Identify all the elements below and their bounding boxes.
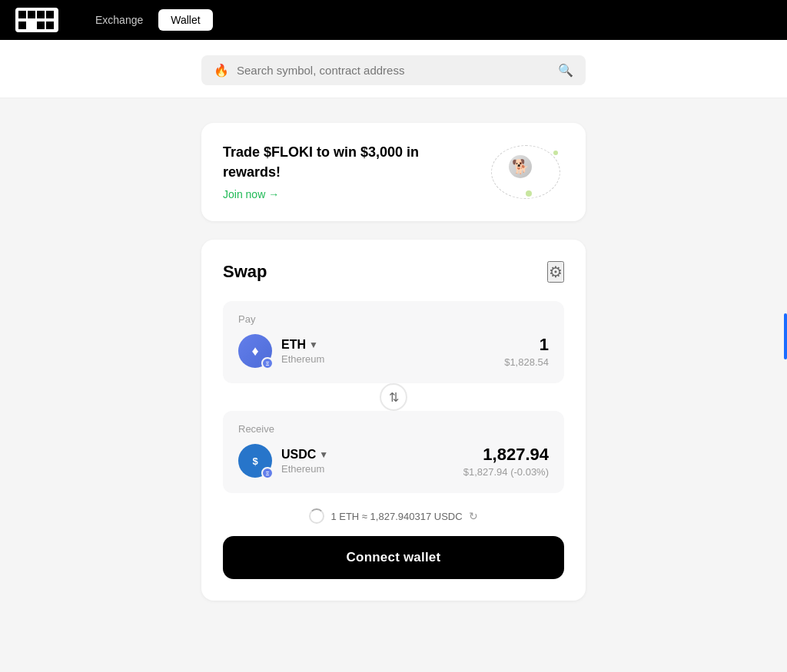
promo-headline: Trade $FLOKI to win $3,000 in rewards!: [223, 143, 438, 181]
swap-card: Swap ⚙ Pay ♦ Ξ ETH ▼: [201, 240, 586, 601]
receive-token-right: 1,827.94 $1,827.94 (-0.03%): [463, 445, 549, 478]
svg-rect-4: [37, 11, 45, 18]
connect-wallet-button[interactable]: Connect wallet: [223, 536, 564, 579]
usdc-icon: $ Ξ: [238, 444, 272, 478]
nav-wallet-tab[interactable]: Wallet: [158, 9, 212, 31]
pay-token-row: ♦ Ξ ETH ▼ Ethereum 1 $1: [238, 334, 549, 368]
receive-token-chain: Ethereum: [281, 463, 328, 475]
nav-tabs: Exchange Wallet: [83, 9, 213, 31]
svg-rect-1: [18, 11, 26, 18]
receive-token-name: USDC: [281, 448, 316, 462]
swap-arrows-icon: ⇅: [389, 390, 399, 405]
promo-card: Trade $FLOKI to win $3,000 in rewards! J…: [201, 123, 586, 221]
search-container: 🔥 🔍: [0, 40, 787, 98]
usdc-chain-badge: Ξ: [261, 467, 274, 479]
receive-token-name-row[interactable]: USDC ▼: [281, 448, 328, 462]
header: Exchange Wallet: [0, 0, 787, 40]
pay-token-chain: Ethereum: [281, 353, 324, 365]
pay-token-name: ETH: [281, 338, 306, 352]
orbit-dot-1: [526, 190, 532, 197]
svg-rect-2: [28, 11, 35, 18]
pay-token-name-row[interactable]: ETH ▼: [281, 338, 324, 352]
pay-token-left: ♦ Ξ ETH ▼ Ethereum: [238, 334, 324, 368]
eth-icon: ♦ Ξ: [238, 334, 272, 368]
pay-section: Pay ♦ Ξ ETH ▼ Ethereum: [223, 301, 564, 383]
swap-header: Swap ⚙: [223, 261, 564, 283]
fire-icon: 🔥: [214, 63, 229, 78]
eth-symbol: ♦: [251, 343, 258, 359]
main-content: Trade $FLOKI to win $3,000 in rewards! J…: [0, 98, 787, 672]
usdc-symbol: $: [252, 455, 257, 467]
scroll-indicator: [784, 313, 787, 359]
promo-illustration: 🐕: [487, 141, 564, 203]
receive-token-row: $ Ξ USDC ▼ Ethereum 1,827.94: [238, 444, 549, 478]
swap-divider: ⇅: [223, 385, 564, 409]
pay-token-usd: $1,828.54: [504, 356, 549, 368]
svg-rect-3: [18, 22, 26, 29]
promo-join-link[interactable]: Join now →: [223, 188, 279, 200]
rate-row: 1 ETH ≈ 1,827.940317 USDC ↻: [223, 508, 564, 524]
eth-chain-badge: Ξ: [261, 357, 274, 369]
pay-token-right: 1 $1,828.54: [504, 335, 549, 368]
nav-exchange-tab[interactable]: Exchange: [83, 9, 155, 31]
rate-refresh-icon[interactable]: ↻: [469, 510, 478, 522]
receive-token-left: $ Ξ USDC ▼ Ethereum: [238, 444, 328, 478]
receive-section: Receive $ Ξ USDC ▼ Ethereum: [223, 411, 564, 493]
okx-logo: [15, 8, 58, 32]
pay-label: Pay: [238, 313, 549, 325]
promo-text: Trade $FLOKI to win $3,000 in rewards! J…: [223, 143, 438, 200]
svg-rect-7: [46, 22, 54, 29]
settings-button[interactable]: ⚙: [547, 261, 564, 283]
pay-token-amount[interactable]: 1: [504, 335, 549, 355]
svg-rect-5: [37, 22, 45, 29]
receive-label: Receive: [238, 423, 549, 435]
receive-token-usd: $1,827.94 (-0.03%): [463, 466, 549, 478]
search-input[interactable]: [237, 64, 550, 77]
receive-token-dropdown-icon: ▼: [319, 449, 328, 460]
swap-title: Swap: [223, 262, 267, 282]
receive-token-amount: 1,827.94: [463, 445, 549, 465]
search-bar: 🔥 🔍: [201, 55, 586, 85]
svg-rect-8: [28, 22, 35, 29]
swap-direction-button[interactable]: ⇅: [380, 383, 407, 411]
orbit-dot-2: [553, 151, 558, 155]
pay-token-info: ETH ▼ Ethereum: [281, 338, 324, 365]
pay-token-dropdown-icon: ▼: [309, 339, 318, 350]
svg-rect-6: [46, 11, 54, 18]
search-icon: 🔍: [558, 63, 573, 78]
rate-text: 1 ETH ≈ 1,827.940317 USDC: [330, 511, 462, 522]
planet-body: 🐕: [509, 155, 532, 178]
rate-loader-icon: [309, 508, 324, 524]
receive-token-info: USDC ▼ Ethereum: [281, 448, 328, 475]
